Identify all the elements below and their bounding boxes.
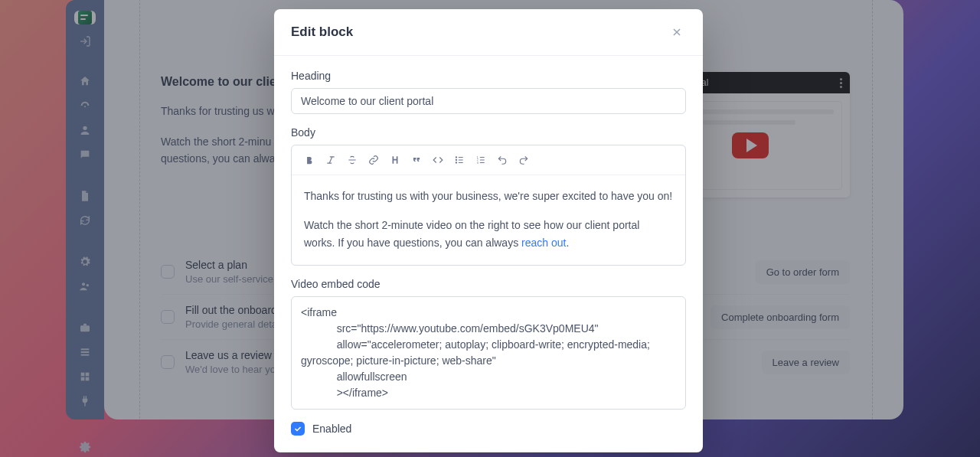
close-icon[interactable]	[668, 23, 686, 41]
ordered-list-icon[interactable]: 123	[472, 152, 489, 168]
body-paragraph-2: Watch the short 2-minute video on the ri…	[304, 217, 673, 251]
editor-toolbar: 123	[292, 145, 685, 175]
heading-input[interactable]	[291, 88, 686, 114]
link-icon[interactable]	[365, 152, 382, 168]
quote-icon[interactable]	[408, 152, 425, 168]
redo-icon[interactable]	[515, 152, 532, 168]
heading-icon[interactable]	[387, 152, 403, 168]
heading-label: Heading	[291, 70, 686, 82]
svg-point-21	[456, 159, 456, 160]
svg-point-22	[456, 162, 456, 163]
italic-icon[interactable]	[322, 152, 339, 168]
modal-title: Edit block	[291, 24, 353, 40]
body-editor-content[interactable]: Thanks for trusting us with your busines…	[292, 175, 685, 265]
edit-block-modal: Edit block Heading Body 123	[274, 9, 703, 452]
body-paragraph-1: Thanks for trusting us with your busines…	[304, 188, 673, 204]
video-embed-input[interactable]: <iframe src="https://www.youtube.com/emb…	[291, 296, 686, 410]
strike-icon[interactable]	[344, 152, 361, 168]
svg-point-20	[456, 157, 456, 158]
svg-text:3: 3	[477, 162, 479, 165]
video-embed-label: Video embed code	[291, 278, 686, 290]
undo-icon[interactable]	[494, 152, 511, 168]
body-label: Body	[291, 126, 686, 139]
body-editor: 123 Thanks for trusting us with your bus…	[291, 145, 686, 266]
bold-icon[interactable]	[301, 152, 318, 168]
enabled-label: Enabled	[312, 423, 351, 435]
bullet-list-icon[interactable]	[451, 152, 468, 168]
code-icon[interactable]	[430, 152, 446, 168]
svg-line-18	[329, 157, 332, 163]
reach-out-link[interactable]: reach out	[521, 237, 566, 249]
enabled-checkbox[interactable]	[291, 422, 305, 436]
